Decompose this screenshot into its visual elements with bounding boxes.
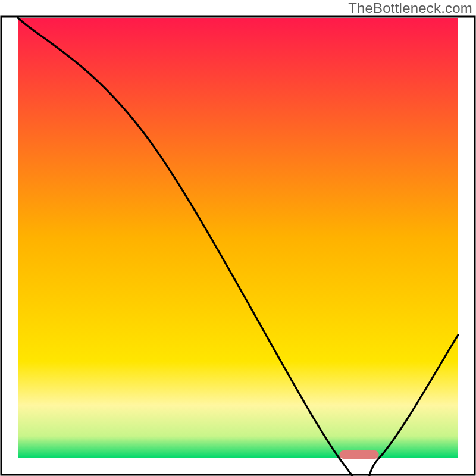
svg-rect-0 [18, 18, 458, 458]
bottleneck-chart [0, 0, 476, 476]
chart-container: TheBottleneck.com [0, 0, 476, 476]
optimal-marker [339, 450, 379, 459]
svg-rect-2 [339, 450, 379, 459]
gradient-background [18, 18, 458, 458]
watermark-text: TheBottleneck.com [348, 0, 472, 17]
